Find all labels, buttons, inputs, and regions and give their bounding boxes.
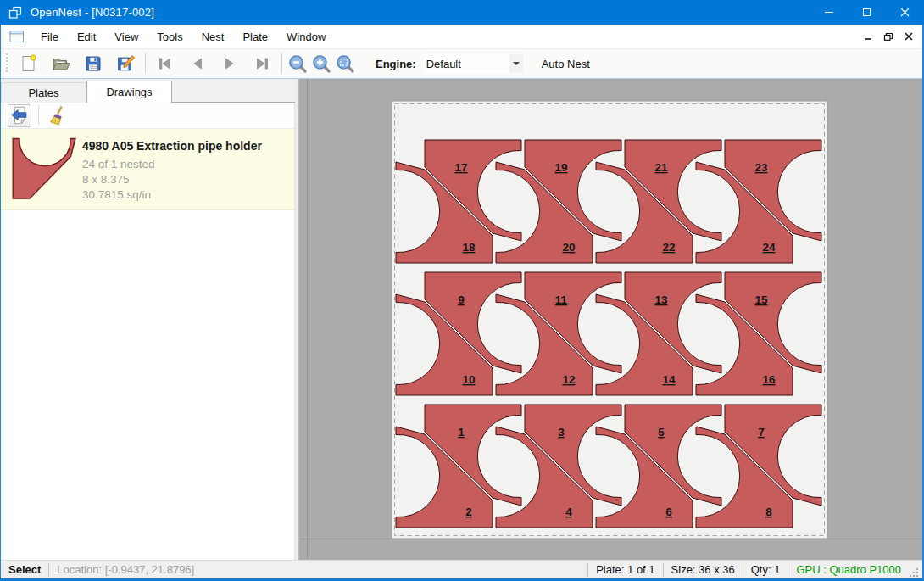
part-number-7[interactable]: 7	[758, 426, 765, 439]
save-as-icon	[115, 53, 136, 74]
import-drawing-button[interactable]	[8, 104, 31, 127]
save-button[interactable]	[77, 50, 109, 77]
part-number-18[interactable]: 18	[462, 241, 476, 254]
tab-plates[interactable]: Plates	[1, 82, 86, 103]
part-number-5[interactable]: 5	[658, 426, 665, 439]
part-number-22[interactable]: 22	[662, 241, 675, 254]
resize-grip[interactable]	[908, 567, 920, 578]
drawing-size: 8 x 8.375	[82, 172, 262, 187]
part-number-9[interactable]: 9	[458, 293, 465, 306]
clean-drawings-button[interactable]	[46, 104, 70, 127]
status-plate: Plate: 1 of 1	[596, 563, 654, 576]
engine-area: Engine: Default Auto Nest	[376, 53, 595, 74]
save-as-button[interactable]	[109, 50, 142, 77]
status-location: Location: [-0.9437, 21.8796]	[57, 563, 194, 576]
nest-view: 171819202122232491011121314151612345678	[300, 79, 922, 560]
drawings-panel: Plates Drawings	[1, 79, 295, 560]
toolbar-separator	[38, 106, 39, 125]
status-separator	[788, 563, 788, 577]
new-button[interactable]	[13, 50, 45, 77]
minimize-icon	[825, 12, 833, 13]
part-number-13[interactable]: 13	[654, 293, 668, 306]
status-separator	[587, 563, 588, 577]
menu-edit[interactable]: Edit	[68, 26, 105, 47]
title-bar[interactable]: OpenNest - [N0317-002]	[0, 0, 924, 25]
main-toolbar: Engine: Default Auto Nest	[1, 48, 922, 79]
menu-items: File Edit View Tools Nest Plate Window	[31, 26, 335, 47]
part-number-21[interactable]: 21	[654, 161, 668, 174]
part-number-10[interactable]: 10	[462, 373, 475, 386]
status-qty: Qty: 1	[751, 563, 781, 576]
auto-nest-button[interactable]: Auto Nest	[537, 54, 595, 74]
drawing-nested-count: 24 of 1 nested	[82, 157, 262, 172]
part-number-15[interactable]: 15	[754, 293, 768, 306]
mdi-close-button[interactable]	[900, 29, 917, 44]
save-icon	[83, 53, 103, 74]
mdi-restore-button[interactable]	[880, 29, 897, 44]
part-number-20[interactable]: 20	[562, 241, 575, 254]
menu-view[interactable]: View	[105, 26, 148, 47]
previous-plate-button[interactable]	[181, 50, 214, 77]
close-button[interactable]	[886, 0, 924, 25]
menu-file[interactable]: File	[31, 26, 68, 47]
part-number-19[interactable]: 19	[554, 161, 567, 174]
menu-window[interactable]: Window	[277, 26, 335, 47]
part-number-6[interactable]: 6	[665, 506, 672, 518]
engine-value: Default	[426, 58, 509, 70]
mdi-close-icon	[905, 32, 913, 41]
tab-drawings[interactable]: Drawings	[86, 81, 172, 103]
part-number-1[interactable]: 1	[458, 426, 465, 439]
mdi-minimize-button[interactable]	[860, 29, 877, 44]
engine-select[interactable]: Default	[423, 53, 523, 74]
toolbar-gripper[interactable]	[4, 53, 10, 74]
part-number-11[interactable]: 11	[555, 293, 568, 306]
status-bar: Select Location: [-0.9437, 21.8796] Plat…	[1, 560, 922, 578]
toolbar-separator	[145, 53, 146, 74]
part-number-24[interactable]: 24	[762, 241, 776, 254]
status-mode: Select	[8, 563, 41, 576]
next-arrow-icon	[220, 53, 240, 74]
zoom-out-button[interactable]	[286, 50, 309, 77]
drawing-title: 4980 A05 Extraction pipe holder	[82, 139, 262, 153]
part-number-4[interactable]: 4	[565, 506, 572, 518]
nest-canvas[interactable]: 171819202122232491011121314151612345678	[295, 79, 922, 560]
status-separator	[663, 563, 664, 577]
first-plate-button[interactable]	[149, 50, 181, 77]
drawing-list-item[interactable]: 4980 A05 Extraction pipe holder 24 of 1 …	[1, 129, 294, 210]
application-window: OpenNest - [N0317-002] File Edit View To…	[0, 0, 924, 581]
next-plate-button[interactable]	[214, 50, 246, 77]
status-gpu: GPU : Quadro P1000	[796, 563, 901, 576]
open-button[interactable]	[45, 50, 77, 77]
panel-splitter[interactable]	[295, 79, 299, 560]
menu-plate[interactable]: Plate	[233, 26, 277, 47]
part-number-12[interactable]: 12	[562, 373, 575, 386]
document-window-icon[interactable]	[9, 30, 25, 43]
new-file-icon	[19, 53, 39, 74]
drawing-area: 30.7815 sq/in	[82, 187, 262, 203]
engine-label: Engine:	[376, 58, 416, 70]
zoom-fit-button[interactable]	[333, 50, 357, 77]
menu-nest[interactable]: Nest	[192, 26, 234, 47]
engine-dropdown-button[interactable]	[509, 54, 523, 73]
last-arrow-icon	[252, 53, 272, 74]
first-arrow-icon	[155, 53, 175, 74]
chevron-down-icon	[513, 62, 520, 65]
part-number-14[interactable]: 14	[662, 373, 676, 386]
part-number-17[interactable]: 17	[454, 161, 467, 174]
menu-tools[interactable]: Tools	[148, 26, 192, 47]
zoom-in-button[interactable]	[309, 50, 333, 77]
part-shape-thumbnail	[7, 137, 76, 202]
part-number-16[interactable]: 16	[762, 373, 776, 386]
drawing-info: 4980 A05 Extraction pipe holder 24 of 1 …	[82, 136, 262, 203]
minimize-button[interactable]	[810, 0, 848, 25]
last-plate-button[interactable]	[246, 50, 278, 77]
drawings-toolbar	[1, 103, 294, 129]
drawings-tab-page: 4980 A05 Extraction pipe holder 24 of 1 …	[1, 103, 295, 560]
maximize-button[interactable]	[848, 0, 886, 25]
part-number-8[interactable]: 8	[765, 506, 772, 518]
part-number-3[interactable]: 3	[558, 426, 565, 439]
maximize-icon	[863, 8, 871, 16]
part-number-23[interactable]: 23	[754, 161, 768, 174]
part-number-2[interactable]: 2	[465, 506, 472, 518]
window-title: OpenNest - [N0317-002]	[31, 6, 154, 19]
